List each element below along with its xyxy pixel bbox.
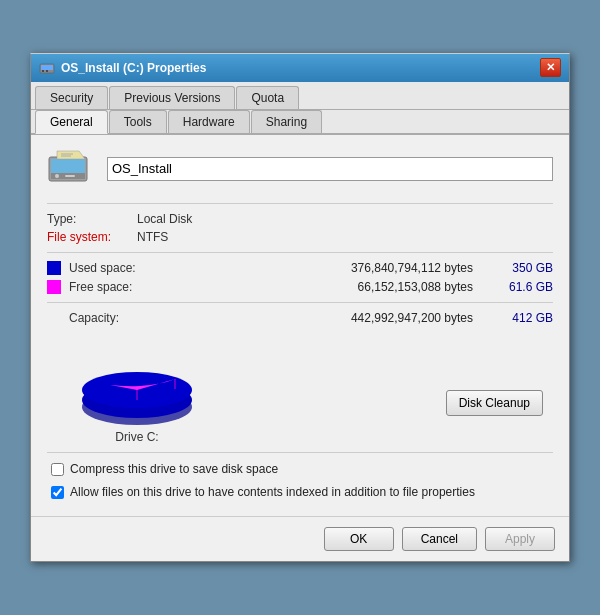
separator-1 bbox=[47, 203, 553, 204]
free-space-gb: 61.6 GB bbox=[493, 280, 553, 294]
filesystem-value: NTFS bbox=[137, 230, 168, 244]
window-title: OS_Install (C:) Properties bbox=[61, 61, 206, 75]
compress-label: Compress this drive to save disk space bbox=[70, 461, 278, 478]
used-space-gb: 350 GB bbox=[493, 261, 553, 275]
tab-hardware[interactable]: Hardware bbox=[168, 110, 250, 133]
index-option-row: Allow files on this drive to have conten… bbox=[51, 484, 549, 501]
used-space-bytes: 376,840,794,112 bytes bbox=[149, 261, 493, 275]
tab-previous-versions[interactable]: Previous Versions bbox=[109, 86, 235, 109]
capacity-gb: 412 GB bbox=[493, 311, 553, 325]
compress-checkbox[interactable] bbox=[51, 463, 64, 476]
title-bar-left: OS_Install (C:) Properties bbox=[39, 60, 206, 76]
cancel-button[interactable]: Cancel bbox=[402, 527, 477, 551]
disk-cleanup-button[interactable]: Disk Cleanup bbox=[446, 390, 543, 416]
title-bar-controls: ✕ bbox=[540, 58, 561, 77]
ok-button[interactable]: OK bbox=[324, 527, 394, 551]
free-color-box bbox=[47, 280, 61, 294]
svg-marker-9 bbox=[57, 151, 85, 159]
free-space-bytes: 66,152,153,088 bytes bbox=[149, 280, 493, 294]
separator-2 bbox=[47, 252, 553, 253]
apply-button[interactable]: Apply bbox=[485, 527, 555, 551]
tab-security[interactable]: Security bbox=[35, 86, 108, 109]
chart-area: Drive C: Disk Cleanup bbox=[47, 335, 553, 444]
tab-row-bottom: General Tools Hardware Sharing bbox=[31, 110, 569, 135]
tab-quota[interactable]: Quota bbox=[236, 86, 299, 109]
separator-4 bbox=[47, 452, 553, 453]
svg-rect-5 bbox=[51, 159, 85, 173]
svg-rect-1 bbox=[41, 65, 53, 70]
capacity-bytes: 442,992,947,200 bytes bbox=[141, 311, 493, 325]
bottom-buttons: OK Cancel Apply bbox=[31, 516, 569, 561]
used-color-box bbox=[47, 261, 61, 275]
free-space-row: Free space: 66,152,153,088 bytes 61.6 GB bbox=[47, 280, 553, 294]
index-label: Allow files on this drive to have conten… bbox=[70, 484, 475, 501]
type-label: Type: bbox=[47, 212, 137, 226]
filesystem-label: File system: bbox=[47, 230, 137, 244]
filesystem-row: File system: NTFS bbox=[47, 230, 553, 244]
content-area: Type: Local Disk File system: NTFS Used … bbox=[31, 135, 569, 517]
compress-option-row: Compress this drive to save disk space bbox=[51, 461, 549, 478]
tab-row-top: Security Previous Versions Quota bbox=[31, 82, 569, 110]
drive-label: Drive C: bbox=[57, 430, 217, 444]
used-space-label: Used space: bbox=[69, 261, 149, 275]
capacity-row: Capacity: 442,992,947,200 bytes 412 GB bbox=[47, 311, 553, 325]
used-space-row: Used space: 376,840,794,112 bytes 350 GB bbox=[47, 261, 553, 275]
svg-rect-8 bbox=[65, 175, 75, 177]
options-area: Compress this drive to save disk space A… bbox=[47, 461, 553, 501]
tab-sharing[interactable]: Sharing bbox=[251, 110, 322, 133]
pie-chart-wrapper: Drive C: bbox=[57, 335, 217, 444]
close-button[interactable]: ✕ bbox=[540, 58, 561, 77]
title-bar: OS_Install (C:) Properties ✕ bbox=[31, 54, 569, 82]
separator-3 bbox=[47, 302, 553, 303]
type-row: Type: Local Disk bbox=[47, 212, 553, 226]
svg-point-3 bbox=[46, 70, 48, 72]
tab-tools[interactable]: Tools bbox=[109, 110, 167, 133]
capacity-label: Capacity: bbox=[69, 311, 141, 325]
drive-name-input[interactable] bbox=[107, 157, 553, 181]
svg-point-2 bbox=[42, 70, 44, 72]
drive-icon bbox=[47, 149, 93, 189]
svg-point-7 bbox=[55, 174, 59, 178]
chart-right: Disk Cleanup bbox=[446, 390, 543, 444]
main-window: OS_Install (C:) Properties ✕ Security Pr… bbox=[30, 53, 570, 563]
window-icon bbox=[39, 60, 55, 76]
drive-header bbox=[47, 149, 553, 189]
tab-general[interactable]: General bbox=[35, 110, 108, 134]
free-space-label: Free space: bbox=[69, 280, 149, 294]
index-checkbox[interactable] bbox=[51, 486, 64, 499]
pie-chart bbox=[57, 335, 217, 425]
type-value: Local Disk bbox=[137, 212, 192, 226]
